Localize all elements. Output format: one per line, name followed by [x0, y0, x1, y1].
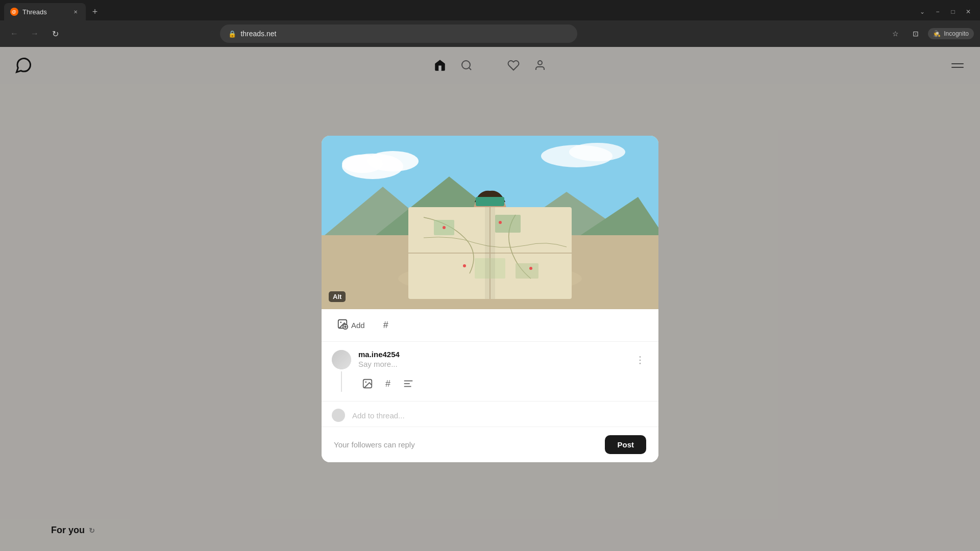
user-avatar	[332, 350, 351, 369]
hashtag-icon: #	[383, 320, 388, 331]
svg-point-38	[365, 381, 366, 383]
window-controls: ⌄ − □ ✕	[919, 8, 976, 15]
svg-point-33	[340, 321, 341, 323]
svg-rect-31	[485, 207, 495, 299]
svg-point-43	[640, 360, 641, 361]
reply-content: ma.ine4254 Say more...	[358, 350, 625, 393]
svg-point-8	[569, 143, 625, 161]
thread-image	[322, 136, 658, 309]
reply-permission-text: Your followers can reply	[334, 440, 415, 449]
browser-chrome: @ Threads ✕ + ⌄ − □ ✕ ← → ↻ 🔒 threads.ne…	[0, 0, 980, 47]
more-options-button[interactable]	[632, 352, 648, 368]
svg-rect-26	[516, 263, 538, 279]
modal-scroll-area[interactable]: Alt	[322, 136, 658, 427]
action-bar: Add #	[322, 309, 658, 342]
back-button[interactable]: ←	[6, 26, 22, 42]
cast-icon[interactable]: ⊡	[908, 26, 924, 42]
tab-bar: @ Threads ✕ + ⌄ − □ ✕	[0, 0, 980, 20]
incognito-icon: 🕵	[933, 30, 941, 37]
tab-favicon: @	[10, 8, 18, 16]
new-tab-button[interactable]: +	[88, 5, 102, 19]
add-media-icon	[337, 318, 348, 332]
url-text: threads.net	[240, 30, 276, 38]
address-actions: ☆ ⊡ 🕵 Incognito	[887, 26, 974, 42]
tab-title: Threads	[22, 8, 47, 16]
svg-point-28	[499, 221, 502, 224]
incognito-label: Incognito	[944, 30, 969, 37]
active-tab[interactable]: @ Threads ✕	[4, 3, 86, 20]
reply-actions: #	[358, 374, 625, 393]
attach-media-button[interactable]	[358, 374, 377, 393]
say-more-input[interactable]: Say more...	[358, 360, 625, 368]
incognito-badge: 🕵 Incognito	[928, 28, 974, 39]
svg-text:@: @	[12, 9, 16, 14]
svg-point-42	[640, 356, 641, 358]
add-label: Add	[351, 321, 365, 330]
modal-footer: Your followers can reply Post	[322, 427, 658, 462]
minimize-button[interactable]: −	[934, 8, 941, 15]
page-content: For you ↻	[0, 47, 980, 551]
svg-point-29	[463, 264, 466, 267]
address-bar[interactable]: 🔒 threads.net	[220, 24, 577, 43]
reply-username: ma.ine4254	[358, 350, 625, 359]
hashtag-button[interactable]: #	[378, 317, 394, 334]
new-thread-modal: Alt	[322, 136, 658, 462]
dropdown-button[interactable]: ⌄	[919, 8, 926, 15]
maximize-button[interactable]: □	[949, 8, 957, 15]
tab-close-button[interactable]: ✕	[71, 8, 80, 16]
add-to-thread-area: Add to thread...	[322, 402, 658, 427]
svg-point-27	[443, 226, 446, 229]
hashtag-reply-button[interactable]: #	[379, 374, 397, 393]
bookmark-icon[interactable]: ☆	[887, 26, 903, 42]
svg-rect-24	[495, 215, 521, 233]
forward-button[interactable]: →	[27, 26, 43, 42]
add-thread-avatar	[332, 409, 345, 422]
reload-button[interactable]: ↻	[47, 26, 63, 42]
address-bar-row: ← → ↻ 🔒 threads.net ☆ ⊡ 🕵 Incognito	[0, 20, 980, 47]
reply-area: ma.ine4254 Say more...	[322, 342, 658, 402]
modal-overlay: Alt	[0, 47, 980, 551]
svg-point-30	[529, 267, 532, 270]
post-button[interactable]: Post	[605, 435, 646, 454]
svg-rect-17	[476, 197, 504, 206]
add-button[interactable]: Add	[332, 315, 370, 335]
thread-connector-line	[341, 371, 342, 392]
svg-point-6	[342, 155, 383, 173]
add-to-thread-button[interactable]: Add to thread...	[352, 411, 405, 420]
alt-badge[interactable]: Alt	[329, 291, 346, 302]
align-button[interactable]	[399, 374, 418, 393]
svg-point-44	[640, 363, 641, 364]
hashtag-reply-icon: #	[385, 379, 390, 389]
close-button[interactable]: ✕	[965, 8, 972, 15]
reply-side	[632, 350, 648, 368]
lock-icon: 🔒	[228, 30, 236, 38]
modal-image-container: Alt	[322, 136, 658, 309]
